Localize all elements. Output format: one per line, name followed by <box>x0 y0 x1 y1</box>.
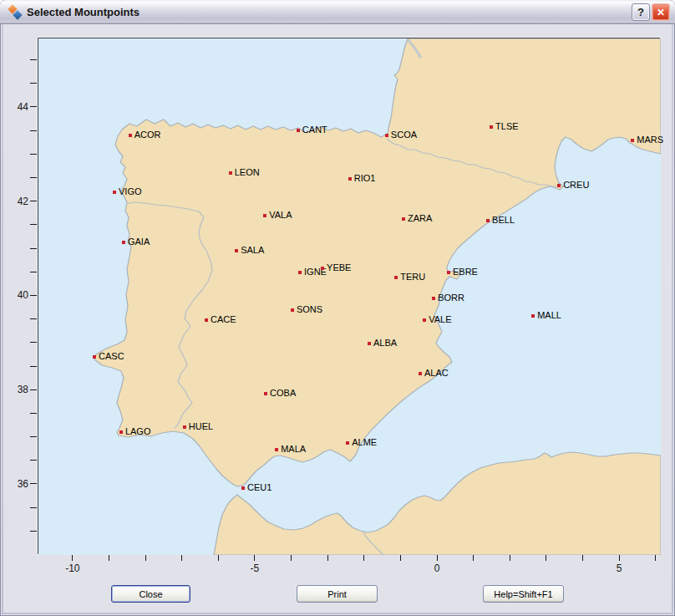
x-axis-label: 0 <box>419 563 455 574</box>
station-label: SONS <box>297 304 322 315</box>
station-marker-TLSE <box>490 125 493 129</box>
station-label: LEON <box>235 167 260 178</box>
station-label: CASC <box>99 351 124 362</box>
station-marker-EBRE <box>447 271 450 274</box>
y-axis-tick <box>30 59 37 60</box>
station-label: GAIA <box>128 237 150 247</box>
y-axis-tick <box>30 177 37 178</box>
y-axis-tick <box>30 201 37 201</box>
station-marker-CREU <box>557 184 561 187</box>
station-marker-CEU1 <box>241 486 245 490</box>
y-axis-label: 38 <box>3 384 28 395</box>
map-plot <box>38 38 660 554</box>
station-label: YEBE <box>327 262 351 273</box>
station-marker-MALA <box>275 448 278 451</box>
y-axis-tick <box>30 366 37 367</box>
station-marker-MALL <box>531 314 535 318</box>
y-axis-tick <box>30 436 37 437</box>
station-marker-ALME <box>346 441 349 445</box>
x-axis-tick <box>400 555 401 561</box>
y-axis-tick <box>30 224 37 225</box>
help-shortcut-button[interactable]: Help=Shift+F1 <box>483 585 564 603</box>
x-axis-tick <box>291 555 292 561</box>
station-label: VALA <box>269 210 292 221</box>
station-label: SALA <box>241 245 264 256</box>
station-marker-ACOR <box>129 134 132 137</box>
close-button[interactable]: Close <box>111 585 190 603</box>
station-label: ALAC <box>424 368 449 379</box>
station-label: CACE <box>211 314 236 325</box>
station-marker-COBA <box>264 392 267 395</box>
print-button[interactable]: Print <box>297 585 378 603</box>
y-axis-tick <box>30 318 37 319</box>
station-marker-BELL <box>486 219 490 222</box>
station-label: ACOR <box>134 130 161 140</box>
station-marker-ALBA <box>368 342 371 345</box>
station-label: VALE <box>429 314 451 325</box>
x-axis-tick <box>109 555 109 561</box>
station-marker-LAGO <box>119 430 123 434</box>
station-label: ALBA <box>373 338 397 349</box>
dialog-window: Selected Mountpoints ? ✕ -10-50536384042… <box>0 0 675 616</box>
y-axis-tick <box>30 389 37 390</box>
y-axis-tick <box>30 154 37 155</box>
station-marker-VALA <box>263 214 266 217</box>
y-axis-label: 40 <box>3 289 28 301</box>
y-axis-tick <box>30 106 37 107</box>
station-marker-GAIA <box>122 241 125 244</box>
x-axis-tick <box>437 555 438 561</box>
station-label: HUEL <box>189 421 213 432</box>
station-label: CREU <box>563 180 589 191</box>
station-marker-RIO1 <box>348 177 352 181</box>
x-axis-label: -5 <box>236 563 273 574</box>
station-label: MARS <box>637 135 663 145</box>
station-label: MALL <box>537 310 561 321</box>
station-label: ALME <box>352 437 377 448</box>
station-marker-HUEL <box>183 425 186 429</box>
y-axis-tick <box>30 272 37 272</box>
station-label: ZARA <box>408 213 432 224</box>
station-label: MALA <box>281 444 306 455</box>
station-marker-CANT <box>297 129 300 132</box>
y-axis-tick <box>30 130 37 131</box>
x-axis-tick <box>510 555 510 561</box>
station-marker-ALAC <box>419 372 422 375</box>
x-axis-tick <box>582 555 583 561</box>
station-label: SCOA <box>391 130 417 140</box>
y-axis-tick <box>30 295 37 296</box>
station-label: BORR <box>438 293 464 303</box>
map-svg <box>38 38 661 555</box>
station-marker-LEON <box>229 171 232 175</box>
y-axis-tick <box>30 507 37 508</box>
station-label: COBA <box>270 388 296 399</box>
x-axis-tick <box>473 555 474 561</box>
y-axis-label: 44 <box>3 101 28 113</box>
station-label: CEU1 <box>247 482 272 493</box>
x-axis-tick <box>72 555 73 561</box>
station-label: TERU <box>400 272 425 283</box>
x-axis-label: -10 <box>54 563 91 574</box>
station-marker-SONS <box>291 308 294 312</box>
station-label: RIO1 <box>354 173 376 184</box>
titlebar-help-button[interactable]: ? <box>632 3 650 21</box>
app-icon <box>8 5 23 20</box>
x-axis-tick <box>181 555 182 561</box>
x-axis-tick <box>218 555 219 561</box>
titlebar-close-button[interactable]: ✕ <box>652 3 670 21</box>
station-marker-SALA <box>235 249 238 252</box>
station-label: TLSE <box>495 121 519 132</box>
station-label: EBRE <box>453 267 478 277</box>
y-axis-tick <box>30 531 37 532</box>
station-marker-CASC <box>93 355 96 359</box>
station-marker-VALE <box>423 318 426 322</box>
station-label: CANT <box>302 125 327 135</box>
title-bar[interactable]: Selected Mountpoints ? ✕ <box>0 0 675 24</box>
station-label: BELL <box>492 215 515 226</box>
station-marker-MARS <box>631 139 634 142</box>
x-axis-label: 5 <box>601 563 637 574</box>
x-axis-tick <box>145 555 146 561</box>
y-axis-label: 42 <box>3 196 28 207</box>
station-marker-VIGO <box>113 191 116 194</box>
x-axis-tick <box>254 555 255 561</box>
window-title: Selected Mountpoints <box>27 6 140 18</box>
